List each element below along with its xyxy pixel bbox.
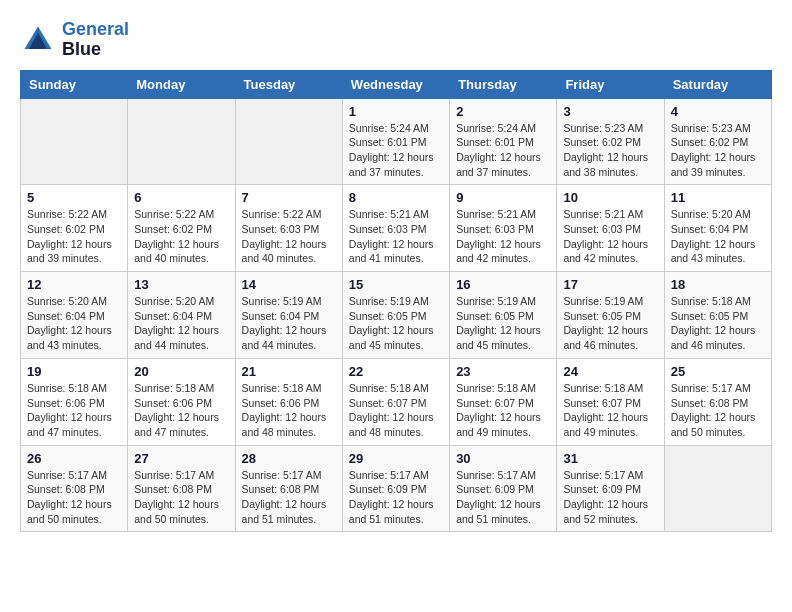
page-header: General Blue bbox=[20, 20, 772, 60]
day-number: 7 bbox=[242, 190, 336, 205]
calendar-cell: 19Sunrise: 5:18 AMSunset: 6:06 PMDayligh… bbox=[21, 358, 128, 445]
calendar-cell: 4Sunrise: 5:23 AMSunset: 6:02 PMDaylight… bbox=[664, 98, 771, 185]
day-number: 5 bbox=[27, 190, 121, 205]
day-info: Sunrise: 5:18 AMSunset: 6:06 PMDaylight:… bbox=[134, 381, 228, 440]
day-of-week-sunday: Sunday bbox=[21, 70, 128, 98]
day-info: Sunrise: 5:20 AMSunset: 6:04 PMDaylight:… bbox=[27, 294, 121, 353]
day-number: 26 bbox=[27, 451, 121, 466]
logo-icon bbox=[20, 22, 56, 58]
day-info: Sunrise: 5:20 AMSunset: 6:04 PMDaylight:… bbox=[671, 207, 765, 266]
day-number: 17 bbox=[563, 277, 657, 292]
day-number: 21 bbox=[242, 364, 336, 379]
calendar-cell: 3Sunrise: 5:23 AMSunset: 6:02 PMDaylight… bbox=[557, 98, 664, 185]
day-info: Sunrise: 5:24 AMSunset: 6:01 PMDaylight:… bbox=[456, 121, 550, 180]
calendar-cell bbox=[128, 98, 235, 185]
day-of-week-monday: Monday bbox=[128, 70, 235, 98]
day-info: Sunrise: 5:17 AMSunset: 6:08 PMDaylight:… bbox=[27, 468, 121, 527]
day-number: 13 bbox=[134, 277, 228, 292]
day-info: Sunrise: 5:19 AMSunset: 6:05 PMDaylight:… bbox=[456, 294, 550, 353]
day-info: Sunrise: 5:22 AMSunset: 6:02 PMDaylight:… bbox=[27, 207, 121, 266]
calendar-cell bbox=[21, 98, 128, 185]
calendar-cell: 17Sunrise: 5:19 AMSunset: 6:05 PMDayligh… bbox=[557, 272, 664, 359]
calendar-cell: 27Sunrise: 5:17 AMSunset: 6:08 PMDayligh… bbox=[128, 445, 235, 532]
day-number: 30 bbox=[456, 451, 550, 466]
day-number: 15 bbox=[349, 277, 443, 292]
day-of-week-tuesday: Tuesday bbox=[235, 70, 342, 98]
calendar-cell: 22Sunrise: 5:18 AMSunset: 6:07 PMDayligh… bbox=[342, 358, 449, 445]
calendar-cell: 20Sunrise: 5:18 AMSunset: 6:06 PMDayligh… bbox=[128, 358, 235, 445]
logo-text: General Blue bbox=[62, 20, 129, 60]
day-of-week-friday: Friday bbox=[557, 70, 664, 98]
logo: General Blue bbox=[20, 20, 129, 60]
calendar-cell: 7Sunrise: 5:22 AMSunset: 6:03 PMDaylight… bbox=[235, 185, 342, 272]
day-info: Sunrise: 5:17 AMSunset: 6:08 PMDaylight:… bbox=[134, 468, 228, 527]
day-number: 1 bbox=[349, 104, 443, 119]
day-number: 9 bbox=[456, 190, 550, 205]
calendar-table: SundayMondayTuesdayWednesdayThursdayFrid… bbox=[20, 70, 772, 533]
calendar-week-row: 19Sunrise: 5:18 AMSunset: 6:06 PMDayligh… bbox=[21, 358, 772, 445]
day-info: Sunrise: 5:17 AMSunset: 6:09 PMDaylight:… bbox=[349, 468, 443, 527]
day-number: 24 bbox=[563, 364, 657, 379]
day-info: Sunrise: 5:24 AMSunset: 6:01 PMDaylight:… bbox=[349, 121, 443, 180]
calendar-cell: 2Sunrise: 5:24 AMSunset: 6:01 PMDaylight… bbox=[450, 98, 557, 185]
day-info: Sunrise: 5:17 AMSunset: 6:08 PMDaylight:… bbox=[671, 381, 765, 440]
day-number: 8 bbox=[349, 190, 443, 205]
day-info: Sunrise: 5:23 AMSunset: 6:02 PMDaylight:… bbox=[563, 121, 657, 180]
calendar-header-row: SundayMondayTuesdayWednesdayThursdayFrid… bbox=[21, 70, 772, 98]
calendar-cell: 18Sunrise: 5:18 AMSunset: 6:05 PMDayligh… bbox=[664, 272, 771, 359]
calendar-cell: 12Sunrise: 5:20 AMSunset: 6:04 PMDayligh… bbox=[21, 272, 128, 359]
day-number: 20 bbox=[134, 364, 228, 379]
day-info: Sunrise: 5:21 AMSunset: 6:03 PMDaylight:… bbox=[456, 207, 550, 266]
day-info: Sunrise: 5:21 AMSunset: 6:03 PMDaylight:… bbox=[563, 207, 657, 266]
day-number: 11 bbox=[671, 190, 765, 205]
day-number: 16 bbox=[456, 277, 550, 292]
day-info: Sunrise: 5:17 AMSunset: 6:09 PMDaylight:… bbox=[456, 468, 550, 527]
calendar-cell: 23Sunrise: 5:18 AMSunset: 6:07 PMDayligh… bbox=[450, 358, 557, 445]
day-number: 12 bbox=[27, 277, 121, 292]
calendar-cell: 13Sunrise: 5:20 AMSunset: 6:04 PMDayligh… bbox=[128, 272, 235, 359]
day-info: Sunrise: 5:21 AMSunset: 6:03 PMDaylight:… bbox=[349, 207, 443, 266]
calendar-week-row: 12Sunrise: 5:20 AMSunset: 6:04 PMDayligh… bbox=[21, 272, 772, 359]
day-number: 10 bbox=[563, 190, 657, 205]
day-number: 29 bbox=[349, 451, 443, 466]
calendar-cell: 31Sunrise: 5:17 AMSunset: 6:09 PMDayligh… bbox=[557, 445, 664, 532]
day-number: 4 bbox=[671, 104, 765, 119]
calendar-week-row: 1Sunrise: 5:24 AMSunset: 6:01 PMDaylight… bbox=[21, 98, 772, 185]
calendar-cell: 28Sunrise: 5:17 AMSunset: 6:08 PMDayligh… bbox=[235, 445, 342, 532]
day-info: Sunrise: 5:17 AMSunset: 6:09 PMDaylight:… bbox=[563, 468, 657, 527]
calendar-cell: 29Sunrise: 5:17 AMSunset: 6:09 PMDayligh… bbox=[342, 445, 449, 532]
day-info: Sunrise: 5:18 AMSunset: 6:07 PMDaylight:… bbox=[563, 381, 657, 440]
calendar-cell: 9Sunrise: 5:21 AMSunset: 6:03 PMDaylight… bbox=[450, 185, 557, 272]
calendar-cell: 24Sunrise: 5:18 AMSunset: 6:07 PMDayligh… bbox=[557, 358, 664, 445]
calendar-cell: 6Sunrise: 5:22 AMSunset: 6:02 PMDaylight… bbox=[128, 185, 235, 272]
calendar-cell bbox=[664, 445, 771, 532]
day-info: Sunrise: 5:19 AMSunset: 6:05 PMDaylight:… bbox=[563, 294, 657, 353]
calendar-cell: 16Sunrise: 5:19 AMSunset: 6:05 PMDayligh… bbox=[450, 272, 557, 359]
calendar-cell: 30Sunrise: 5:17 AMSunset: 6:09 PMDayligh… bbox=[450, 445, 557, 532]
day-info: Sunrise: 5:23 AMSunset: 6:02 PMDaylight:… bbox=[671, 121, 765, 180]
day-number: 6 bbox=[134, 190, 228, 205]
calendar-cell: 21Sunrise: 5:18 AMSunset: 6:06 PMDayligh… bbox=[235, 358, 342, 445]
calendar-cell: 11Sunrise: 5:20 AMSunset: 6:04 PMDayligh… bbox=[664, 185, 771, 272]
day-info: Sunrise: 5:19 AMSunset: 6:04 PMDaylight:… bbox=[242, 294, 336, 353]
day-info: Sunrise: 5:18 AMSunset: 6:05 PMDaylight:… bbox=[671, 294, 765, 353]
calendar-cell: 1Sunrise: 5:24 AMSunset: 6:01 PMDaylight… bbox=[342, 98, 449, 185]
day-number: 31 bbox=[563, 451, 657, 466]
day-number: 28 bbox=[242, 451, 336, 466]
day-number: 19 bbox=[27, 364, 121, 379]
day-number: 27 bbox=[134, 451, 228, 466]
day-of-week-thursday: Thursday bbox=[450, 70, 557, 98]
day-info: Sunrise: 5:22 AMSunset: 6:03 PMDaylight:… bbox=[242, 207, 336, 266]
day-number: 3 bbox=[563, 104, 657, 119]
calendar-week-row: 26Sunrise: 5:17 AMSunset: 6:08 PMDayligh… bbox=[21, 445, 772, 532]
day-number: 18 bbox=[671, 277, 765, 292]
calendar-cell: 8Sunrise: 5:21 AMSunset: 6:03 PMDaylight… bbox=[342, 185, 449, 272]
day-number: 23 bbox=[456, 364, 550, 379]
calendar-cell: 15Sunrise: 5:19 AMSunset: 6:05 PMDayligh… bbox=[342, 272, 449, 359]
day-number: 2 bbox=[456, 104, 550, 119]
day-of-week-saturday: Saturday bbox=[664, 70, 771, 98]
calendar-cell: 14Sunrise: 5:19 AMSunset: 6:04 PMDayligh… bbox=[235, 272, 342, 359]
day-info: Sunrise: 5:18 AMSunset: 6:07 PMDaylight:… bbox=[349, 381, 443, 440]
day-info: Sunrise: 5:17 AMSunset: 6:08 PMDaylight:… bbox=[242, 468, 336, 527]
day-info: Sunrise: 5:18 AMSunset: 6:07 PMDaylight:… bbox=[456, 381, 550, 440]
